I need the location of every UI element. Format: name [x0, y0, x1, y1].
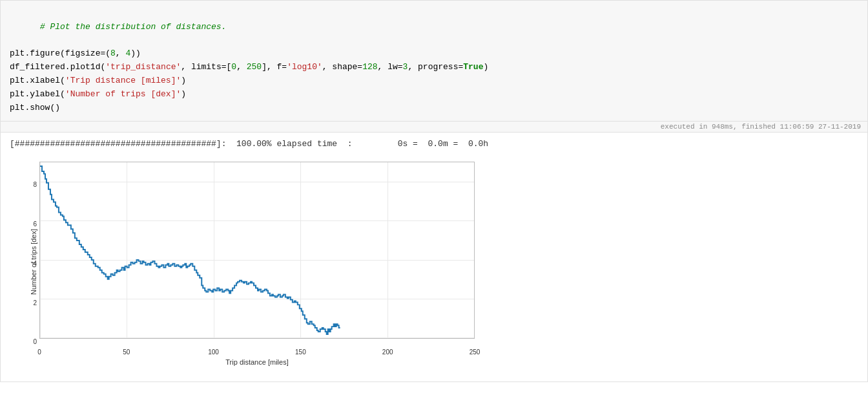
- chart-outer: Number of trips [dex] 0 2 4 6 8: [10, 155, 481, 369]
- x-tick-200: 200: [382, 349, 393, 356]
- code-line-3: plt.xlabel('Trip distance [miles]'): [10, 74, 858, 88]
- code-line-5: plt.show(): [10, 102, 858, 115]
- y-tick-2: 2: [33, 299, 37, 306]
- cell-output: [#######################################…: [1, 133, 867, 381]
- code-line-4: plt.ylabel('Number of trips [dex]'): [10, 88, 858, 102]
- chart-wrapper: Number of trips [dex] 0 2 4 6 8: [10, 155, 858, 375]
- code-input: # Plot the distribution of distances. pl…: [1, 1, 867, 122]
- x-axis-ticks: 0 50 100 150 200 250: [39, 343, 475, 356]
- y-tick-6: 6: [33, 220, 37, 227]
- y-tick-0: 0: [33, 338, 37, 345]
- progress-output: [#######################################…: [10, 136, 858, 155]
- x-tick-0: 0: [37, 349, 41, 356]
- plot-line: [40, 162, 474, 338]
- x-tick-50: 50: [123, 349, 130, 356]
- x-axis-label: Trip distance [miles]: [39, 358, 475, 366]
- x-tick-150: 150: [295, 349, 306, 356]
- y-tick-8: 8: [33, 180, 37, 188]
- code-comment: # Plot the distribution of distances.: [10, 7, 858, 47]
- notebook-cell: # Plot the distribution of distances. pl…: [0, 0, 868, 382]
- chart-plot-area: [39, 162, 475, 339]
- grid-v-250: [474, 162, 475, 338]
- y-tick-4: 4: [33, 259, 37, 266]
- x-tick-250: 250: [470, 349, 480, 356]
- code-line-1: plt.figure(figsize=(8, 4)): [10, 47, 858, 61]
- y-axis-ticks: 0 2 4 6 8: [10, 162, 39, 339]
- x-tick-100: 100: [208, 349, 219, 356]
- execution-info: executed in 948ms, finished 11:06:59 27-…: [1, 122, 867, 133]
- code-line-2: df_filtered.plot1d('trip_distance', limi…: [10, 61, 858, 74]
